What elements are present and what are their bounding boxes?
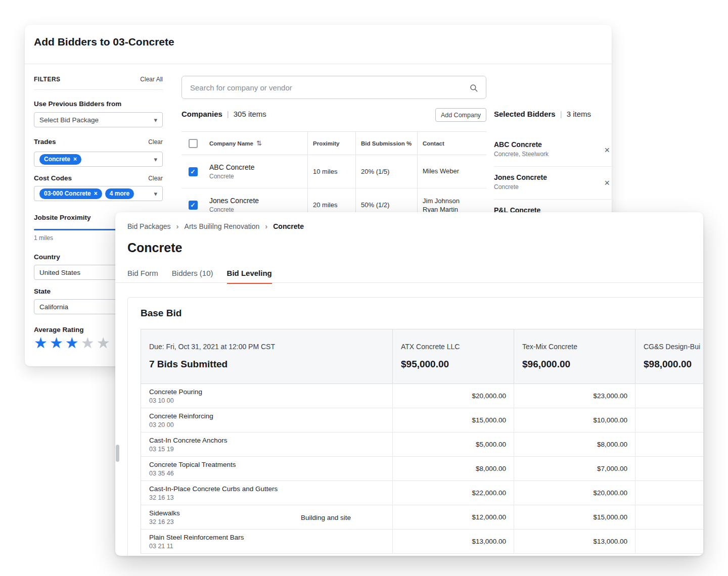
line-item-name: Cast-In-Place Concrete Curbs and Gutters <box>149 485 384 493</box>
close-icon[interactable]: × <box>604 178 610 187</box>
bidder-total: $95,000.00 <box>401 359 506 370</box>
close-icon[interactable]: × <box>94 190 98 197</box>
select-all-checkbox[interactable] <box>189 139 198 148</box>
chevron-down-icon: ▾ <box>154 117 157 123</box>
bids-submitted: 7 Bids Submitted <box>149 359 384 370</box>
trades-clear-link[interactable]: Clear <box>148 138 163 146</box>
line-item-code: 32 16 13 <box>149 494 384 501</box>
add-company-button[interactable]: Add Company <box>435 108 486 122</box>
companies-heading: Companies | 305 items <box>181 110 266 118</box>
line-item-name: Cast-In Concrete Anchors <box>149 437 384 444</box>
bid-amount-empty <box>635 505 703 529</box>
line-item-row: Cast-In-Place Concrete Curbs and Gutters… <box>141 481 703 505</box>
selected-bidder-trades: Concrete, Steelwork <box>494 151 597 158</box>
line-item-note: Building and site <box>301 513 351 521</box>
row-checkbox[interactable]: ✓ <box>189 167 198 176</box>
bidder-total: $98,000.00 <box>644 359 703 370</box>
line-item-row: Sidewalks 32 16 23 Building and site $12… <box>141 505 703 530</box>
chevron-down-icon: ▾ <box>154 190 157 197</box>
bid-amount: $13,000.00 <box>393 530 514 553</box>
line-item-code: 03 21 11 <box>149 543 384 550</box>
line-item-name: Concrete Pouring <box>149 388 384 396</box>
chevron-down-icon: ▾ <box>154 156 157 163</box>
star-icon[interactable]: ★ <box>34 334 50 351</box>
bid-package-select[interactable]: Select Bid Package ▾ <box>34 112 163 127</box>
companies-table-header: Company Name ⇅ Proximity Bid Submission … <box>181 131 486 155</box>
search-input[interactable] <box>182 76 486 99</box>
breadcrumb-project[interactable]: Arts Buililng Renovation <box>185 222 260 230</box>
bid-amount-empty <box>635 433 703 456</box>
bidder-name: CG&S Design-Bui <box>644 343 703 351</box>
search-icon <box>469 83 478 94</box>
chevron-right-icon: › <box>176 222 179 230</box>
bid-amount: $23,000.00 <box>514 384 635 408</box>
base-bid-heading: Base Bid <box>141 308 181 319</box>
tab-bid-form[interactable]: Bid Form <box>127 269 158 284</box>
page-title: Concrete <box>127 241 182 255</box>
sort-icon[interactable]: ⇅ <box>256 139 262 147</box>
bidder-total: $96,000.00 <box>522 359 627 370</box>
trade-chip-concrete[interactable]: Concrete × <box>39 154 81 165</box>
bid-amount-empty <box>635 530 703 553</box>
selected-bidder-card: Jones Concrete Concrete × <box>494 167 612 200</box>
line-item-name: Plain Steel Reinforcement Bars <box>149 534 384 541</box>
star-icon[interactable]: ★ <box>97 334 112 351</box>
base-bid-card: Base Bid Due: Fri, Oct 31, 2021 at 12:00… <box>127 297 703 556</box>
previous-bidders-label: Use Previous Bidders from <box>34 100 163 108</box>
check-icon: ✓ <box>190 202 195 209</box>
selected-bidder-name: Jones Concrete <box>494 173 597 181</box>
line-item-name: Concrete Reinforcing <box>149 412 384 420</box>
breadcrumb: Bid Packages › Arts Buililng Renovation … <box>127 222 304 230</box>
bid-amount: $8,000.00 <box>514 433 635 456</box>
companies-count: 305 items <box>234 110 266 118</box>
trades-select[interactable]: Concrete × ▾ <box>34 152 163 167</box>
bid-amount: $8,000.00 <box>393 457 514 481</box>
star-icon[interactable]: ★ <box>81 334 97 351</box>
company-name: Jones Concrete <box>209 197 259 205</box>
clear-all-link[interactable]: Clear All <box>140 76 163 83</box>
bid-amount-empty <box>635 384 703 408</box>
scrollbar-thumb[interactable] <box>116 445 119 462</box>
row-checkbox[interactable]: ✓ <box>189 201 198 210</box>
line-item-name: Concrete Topical Treatments <box>149 461 384 468</box>
line-item-row: Plain Steel Reinforcement Bars 03 21 11 … <box>141 530 703 554</box>
tabbar-divider <box>115 282 703 283</box>
bid-amount: $12,000.00 <box>393 505 514 529</box>
star-icon[interactable]: ★ <box>65 334 81 351</box>
cost-codes-clear-link[interactable]: Clear <box>148 175 163 182</box>
chevron-right-icon: › <box>265 222 267 230</box>
bid-leveling-window: Bid Packages › Arts Buililng Renovation … <box>115 212 703 556</box>
company-row[interactable]: ✓ ABC Concrete Concrete 10 miles 20% (1/… <box>181 155 486 188</box>
column-header-proximity: Proximity <box>307 132 355 155</box>
trades-label: Trades <box>34 138 56 146</box>
bid-package-select-value: Select Bid Package <box>39 116 99 124</box>
breadcrumb-current: Concrete <box>273 222 304 230</box>
column-header-company-name[interactable]: Company Name ⇅ <box>204 132 307 155</box>
close-icon[interactable]: × <box>73 156 77 162</box>
company-name: ABC Concrete <box>209 163 254 171</box>
bid-amount: $20,000.00 <box>514 481 635 505</box>
filters-divider <box>34 89 163 90</box>
filters-heading: FILTERS <box>34 76 61 83</box>
company-search <box>181 76 486 99</box>
company-contact: Miles Weber <box>423 167 459 175</box>
bid-amount: $10,000.00 <box>514 408 635 432</box>
cost-codes-select[interactable]: 03-000 Concrete × 4 more ▾ <box>34 186 163 201</box>
star-icon[interactable]: ★ <box>50 334 65 351</box>
close-icon[interactable]: × <box>604 146 610 155</box>
cost-code-more-chip[interactable]: 4 more <box>105 188 134 199</box>
line-item-code: 03 10 00 <box>149 397 384 404</box>
tab-bidders[interactable]: Bidders (10) <box>172 269 213 284</box>
selected-bidder-trades: Concrete <box>494 183 597 190</box>
bid-amount: $5,000.00 <box>393 433 514 456</box>
company-trade: Concrete <box>209 173 234 180</box>
cost-code-chip[interactable]: 03-000 Concrete × <box>39 188 102 199</box>
bid-amount: $22,000.00 <box>393 481 514 505</box>
breadcrumb-bid-packages[interactable]: Bid Packages <box>127 222 171 230</box>
tab-bid-leveling[interactable]: Bid Leveling <box>227 269 272 284</box>
company-proximity: 10 miles <box>307 155 355 188</box>
bid-amount: $15,000.00 <box>514 505 635 529</box>
bid-amount: $15,000.00 <box>393 408 514 432</box>
column-header-bid-submission: Bid Submission % <box>355 132 417 155</box>
bid-amount-empty <box>635 408 703 432</box>
